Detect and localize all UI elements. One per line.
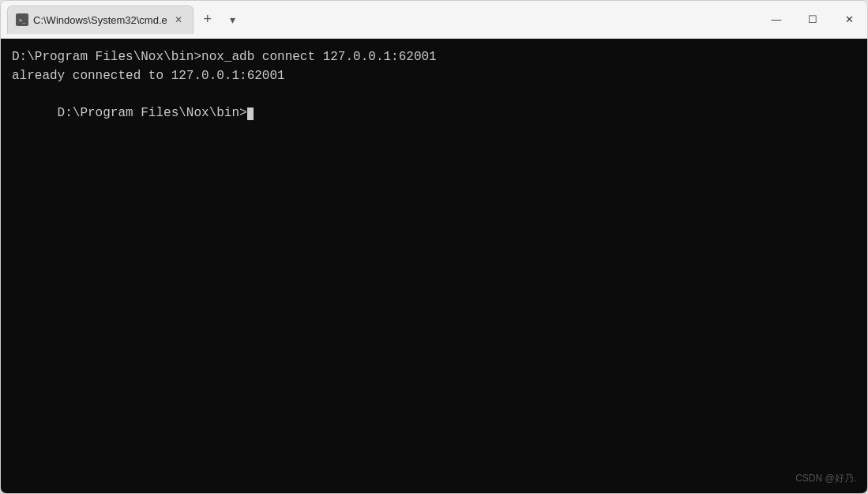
terminal-line-1: D:\Program Files\Nox\bin>nox_adb connect… [12, 48, 856, 66]
restore-button[interactable]: ☐ [795, 1, 831, 38]
dropdown-button[interactable]: ▾ [220, 7, 246, 32]
cmd-icon: >_ [16, 13, 28, 26]
watermark: CSDN @好乃. [795, 472, 856, 485]
close-button[interactable]: ✕ [831, 1, 867, 38]
terminal-prompt: D:\Program Files\Nox\bin> [58, 106, 247, 120]
tab-area: >_ C:\Windows\System32\cmd.e ✕ + ▾ [7, 1, 758, 38]
tab-close-button[interactable]: ✕ [172, 13, 185, 26]
svg-text:>_: >_ [19, 17, 26, 24]
active-tab[interactable]: >_ C:\Windows\System32\cmd.e ✕ [7, 6, 194, 34]
window: >_ C:\Windows\System32\cmd.e ✕ + ▾ — ☐ ✕… [0, 0, 868, 494]
minimize-button[interactable]: — [758, 1, 795, 38]
terminal-line-3: D:\Program Files\Nox\bin> [12, 87, 856, 140]
terminal-cursor [247, 107, 254, 120]
window-controls: — ☐ ✕ [758, 1, 867, 38]
titlebar: >_ C:\Windows\System32\cmd.e ✕ + ▾ — ☐ ✕ [1, 1, 867, 39]
tab-title: C:\Windows\System32\cmd.e [33, 14, 167, 26]
terminal-line-2: already connected to 127.0.0.1:62001 [12, 67, 856, 85]
new-tab-button[interactable]: + [195, 7, 220, 32]
terminal-area[interactable]: D:\Program Files\Nox\bin>nox_adb connect… [1, 39, 867, 493]
